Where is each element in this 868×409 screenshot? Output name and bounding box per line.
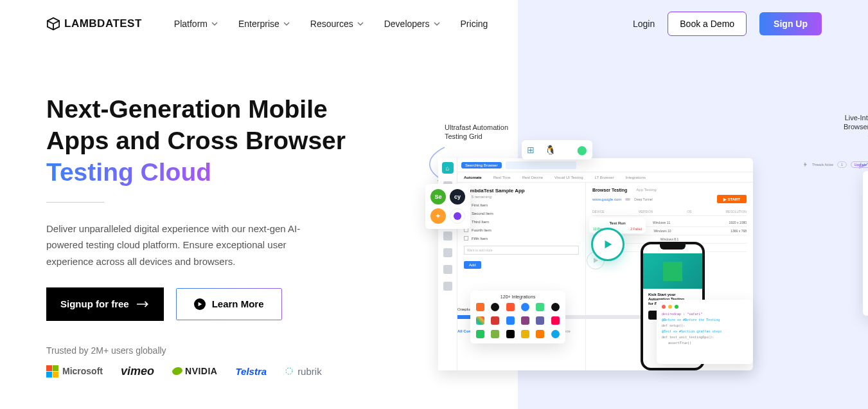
nav-platform[interactable]: Platform <box>174 19 218 29</box>
bolt-icon <box>803 162 808 167</box>
signup-free-button[interactable]: Signup for free <box>46 287 164 321</box>
hero-title: Next-Generation Mobile Apps and Cross Br… <box>46 94 387 188</box>
windows-icon: ⊞ <box>527 145 535 155</box>
hero-illustration: Ultrafast Automation Testing Grid Live-I… <box>400 94 868 378</box>
lambda-icon: ⌂ <box>442 162 454 174</box>
selenium-icon: Se <box>430 189 446 204</box>
terminal-icon <box>506 330 515 338</box>
brand-microsoft: Microsoft <box>46 365 103 377</box>
linux-icon: 🐧 <box>545 145 556 155</box>
chevron-down-icon <box>357 21 364 27</box>
teams-icon <box>536 316 544 325</box>
bitbucket-icon <box>521 303 529 311</box>
play-video-button[interactable] <box>591 228 624 261</box>
play-icon <box>194 298 206 310</box>
circleci-icon <box>551 303 560 311</box>
app-topbar-right: Threads Active 1 Upgrade <box>803 161 868 168</box>
brand-vimeo: vimeo <box>121 365 154 378</box>
automation-tools-card: Se cy ✦ <box>425 184 470 229</box>
logo[interactable]: LAMBDATEST <box>46 17 142 31</box>
os-icons-card: ⊞ 🐧 ⬤ <box>522 140 592 159</box>
rocket-icon <box>551 316 560 325</box>
jenkins-icon <box>491 316 499 325</box>
hero-description: Deliver unparalleled digital experience … <box>46 221 335 269</box>
book-demo-button[interactable]: Book a Demo <box>668 12 747 36</box>
android-icon <box>536 303 544 311</box>
sidebar-icon <box>443 265 452 274</box>
nav-enterprise[interactable]: Enterprise <box>238 19 290 29</box>
nav-pricing[interactable]: Pricing <box>461 19 488 29</box>
chevron-down-icon <box>211 21 218 27</box>
brand-telstra: Telstra <box>235 366 267 377</box>
jira-icon <box>506 316 515 325</box>
svg-point-0 <box>286 368 292 374</box>
nav-developers[interactable]: Developers <box>384 19 440 29</box>
svg-rect-1 <box>625 198 630 201</box>
fire-icon <box>536 330 544 338</box>
android-icon: ⬤ <box>577 145 587 155</box>
lambdatest-logo-icon <box>46 17 60 31</box>
integrations-card: 120+ Integrations <box>470 291 565 343</box>
testcafe-icon: ✦ <box>430 208 446 224</box>
brand-nvidia: NVIDIA <box>172 366 217 376</box>
start-button[interactable]: ▶ START <box>717 195 747 203</box>
browsers-card <box>863 171 868 316</box>
refresh-icon <box>521 330 529 338</box>
github-icon <box>491 303 499 311</box>
arrow-right-icon <box>137 300 150 309</box>
chevron-down-icon <box>434 21 440 27</box>
chevron-down-icon <box>283 21 290 27</box>
login-link[interactable]: Login <box>633 19 655 29</box>
nvidia-eye-icon <box>172 367 182 375</box>
katalon-icon <box>491 330 499 338</box>
playwright-icon <box>450 208 465 224</box>
cypress-icon: cy <box>450 189 465 204</box>
circle-arrow-icon <box>551 330 560 338</box>
sidebar-icon <box>443 232 452 241</box>
rubrik-icon <box>285 367 294 376</box>
microsoft-icon <box>46 365 58 377</box>
title-underline <box>46 202 104 203</box>
label-live-browser: Live-Interactive Browser Testing <box>844 113 868 132</box>
brand-logos-row: Microsoft vimeo NVIDIA Telstra rubrik <box>46 365 387 378</box>
slack-icon <box>476 316 484 325</box>
brand-rubrik: rubrik <box>285 366 322 377</box>
search-input-mock <box>506 161 576 169</box>
azure-icon <box>521 316 529 325</box>
code-snippet-card: desiredcap : "safari" @Before => #Before… <box>657 300 753 364</box>
gitlab-icon <box>476 303 484 311</box>
header: LAMBDATEST Platform Enterprise Resources… <box>0 0 868 36</box>
search-pill: Searching Browser <box>461 162 502 168</box>
sidebar-icon <box>443 248 452 257</box>
toggle-icon <box>625 197 630 202</box>
learn-more-button[interactable]: Learn More <box>175 287 283 321</box>
trusted-label: Trusted by 2M+ users globally <box>46 345 387 356</box>
sign-up-button[interactable]: Sign Up <box>759 12 822 35</box>
upgrade-chip[interactable]: Upgrade <box>851 161 868 168</box>
sidebar-icon <box>443 282 452 291</box>
gear-icon <box>476 330 484 338</box>
main-nav: Platform Enterprise Resources Developers… <box>174 19 488 29</box>
nav-resources[interactable]: Resources <box>310 19 364 29</box>
asana-icon <box>506 303 515 311</box>
label-automation: Ultrafast Automation Testing Grid <box>445 123 508 141</box>
logo-text: LAMBDATEST <box>64 17 142 30</box>
add-button[interactable]: Add <box>464 261 481 269</box>
